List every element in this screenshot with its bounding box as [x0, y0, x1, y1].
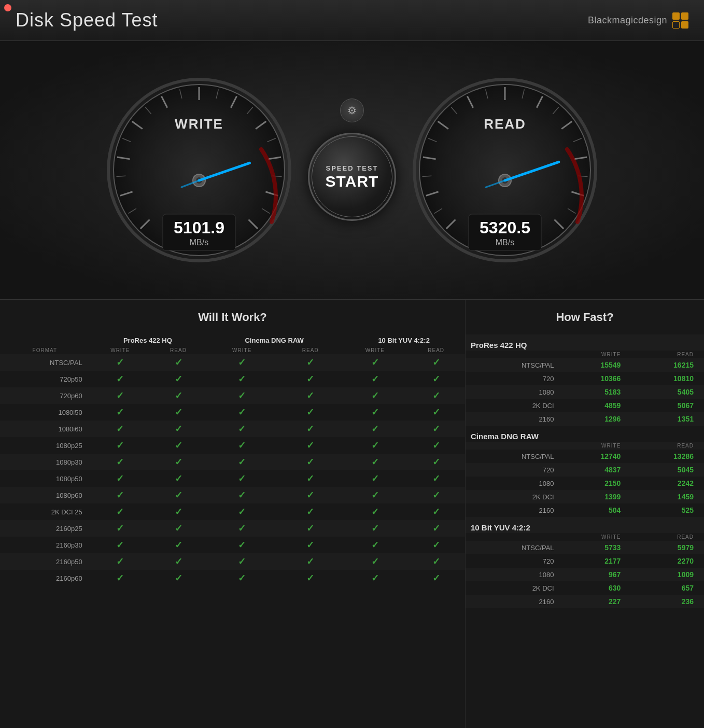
- speed-row-label: NTSC/PAL: [466, 541, 559, 554]
- check-cell: ✓: [343, 404, 407, 421]
- check-cell: ✓: [278, 404, 343, 421]
- speed-write-value: 15549: [559, 358, 626, 372]
- check-cell: ✓: [278, 537, 343, 553]
- check-cell: ✓: [206, 487, 278, 503]
- settings-button[interactable]: ⚙: [340, 99, 364, 122]
- speed-row-label: NTSC/PAL: [466, 450, 559, 463]
- check-cell: ✓: [90, 520, 151, 537]
- svg-text:MB/s: MB/s: [190, 238, 208, 247]
- check-cell: ✓: [151, 454, 206, 470]
- speed-read-value: 2242: [626, 477, 704, 490]
- check-cell: ✓: [206, 387, 278, 404]
- speed-write-value: 5733: [559, 541, 626, 554]
- check-cell: ✓: [407, 421, 465, 437]
- start-button[interactable]: SPEED TEST START: [308, 133, 396, 221]
- check-cell: ✓: [278, 371, 343, 387]
- speed-data-row: 2K DCI 4859 5067: [466, 399, 704, 412]
- check-cell: ✓: [90, 421, 151, 437]
- speed-row-label: 720: [466, 554, 559, 568]
- check-cell: ✓: [151, 503, 206, 520]
- format-name: 2K DCI 25: [0, 503, 90, 520]
- check-cell: ✓: [206, 421, 278, 437]
- speed-row-label: NTSC/PAL: [466, 358, 559, 372]
- check-cell: ✓: [90, 570, 151, 586]
- speed-read-value: 1459: [626, 490, 704, 503]
- label-header: [466, 351, 559, 358]
- write-header: WRITE: [559, 533, 626, 541]
- check-cell: ✓: [407, 470, 465, 487]
- table-row: 1080p50 ✓ ✓ ✓ ✓ ✓ ✓: [0, 470, 465, 487]
- section-title-text: Cinema DNG RAW: [466, 426, 704, 442]
- check-cell: ✓: [206, 470, 278, 487]
- speed-row-label: 2K DCI: [466, 490, 559, 503]
- speed-read-value: 5067: [626, 399, 704, 412]
- speed-read-value: 236: [626, 595, 704, 608]
- speed-write-value: 1399: [559, 490, 626, 503]
- speed-data-row: 2160 504 525: [466, 503, 704, 517]
- format-name: 1080p25: [0, 437, 90, 454]
- check-cell: ✓: [151, 570, 206, 586]
- check-cell: ✓: [407, 437, 465, 454]
- cinema-read-subheader: READ: [278, 346, 343, 354]
- check-cell: ✓: [407, 454, 465, 470]
- speed-write-value: 967: [559, 568, 626, 581]
- data-section: Will It Work? ProRes 422 HQ Cinema DNG R…: [0, 300, 704, 728]
- right-panel: How Fast? ProRes 422 HQ WRITE READ NTSC/…: [466, 300, 704, 728]
- prores-read-subheader: READ: [151, 346, 206, 354]
- format-name: 720p50: [0, 371, 90, 387]
- speed-section-title: Cinema DNG RAW: [466, 426, 704, 442]
- brand-dot-1: [672, 12, 680, 20]
- check-cell: ✓: [278, 487, 343, 503]
- speed-write-value: 5183: [559, 385, 626, 399]
- check-cell: ✓: [151, 371, 206, 387]
- check-cell: ✓: [151, 354, 206, 371]
- speed-section-title: ProRes 422 HQ: [466, 334, 704, 351]
- svg-text:MB/s: MB/s: [496, 238, 514, 247]
- speed-data-row: 2160 227 236: [466, 595, 704, 608]
- check-cell: ✓: [343, 354, 407, 371]
- check-cell: ✓: [278, 570, 343, 586]
- label-header: [466, 442, 559, 450]
- check-cell: ✓: [343, 537, 407, 553]
- check-cell: ✓: [151, 437, 206, 454]
- format-name: 2160p25: [0, 520, 90, 537]
- format-name: 1080i50: [0, 404, 90, 421]
- speed-data-row: 720 10366 10810: [466, 372, 704, 385]
- speed-write-value: 2177: [559, 554, 626, 568]
- speed-data-row: NTSC/PAL 12740 13286: [466, 450, 704, 463]
- read-header: READ: [626, 533, 704, 541]
- read-gauge: READ 5320.5 MB/s: [406, 72, 603, 269]
- section-title-text: 10 Bit YUV 4:2:2: [466, 517, 704, 533]
- app-header: Disk Speed Test Blackmagicdesign: [0, 0, 704, 41]
- speed-write-value: 227: [559, 595, 626, 608]
- table-row: 2160p50 ✓ ✓ ✓ ✓ ✓ ✓: [0, 553, 465, 570]
- check-cell: ✓: [278, 387, 343, 404]
- check-cell: ✓: [343, 503, 407, 520]
- check-cell: ✓: [278, 454, 343, 470]
- check-cell: ✓: [206, 354, 278, 371]
- table-row: 1080p60 ✓ ✓ ✓ ✓ ✓ ✓: [0, 487, 465, 503]
- speed-write-value: 2150: [559, 477, 626, 490]
- write-gauge: WRITE 5101.9 MB/s: [101, 72, 298, 269]
- speed-read-value: 525: [626, 503, 704, 517]
- check-cell: ✓: [343, 570, 407, 586]
- compat-table: ProRes 422 HQ Cinema DNG RAW 10 Bit YUV …: [0, 334, 465, 586]
- table-row: 2K DCI 25 ✓ ✓ ✓ ✓ ✓ ✓: [0, 503, 465, 520]
- check-cell: ✓: [407, 354, 465, 371]
- cinema-dng-header: Cinema DNG RAW: [206, 334, 343, 346]
- check-cell: ✓: [90, 437, 151, 454]
- prores-write-subheader: WRITE: [90, 346, 151, 354]
- check-cell: ✓: [278, 421, 343, 437]
- speed-write-value: 4837: [559, 463, 626, 477]
- format-subheader: FORMAT: [0, 346, 90, 354]
- check-cell: ✓: [151, 487, 206, 503]
- speed-read-value: 13286: [626, 450, 704, 463]
- close-button[interactable]: [4, 4, 11, 11]
- format-name: 2160p60: [0, 570, 90, 586]
- speed-read-value: 1009: [626, 568, 704, 581]
- check-cell: ✓: [151, 421, 206, 437]
- check-cell: ✓: [343, 470, 407, 487]
- format-name: 2160p30: [0, 537, 90, 553]
- speed-row-label: 720: [466, 463, 559, 477]
- check-cell: ✓: [90, 371, 151, 387]
